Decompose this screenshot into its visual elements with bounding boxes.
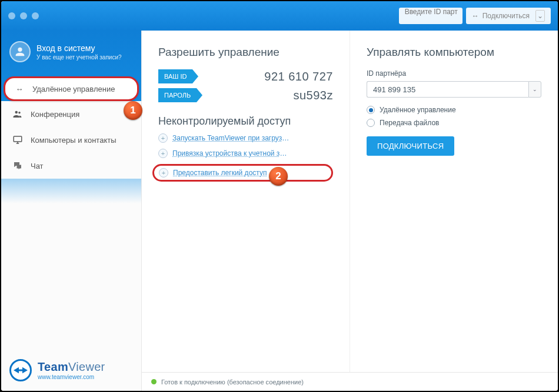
your-id-row: ВАШ ID 921 610 727 <box>158 69 333 83</box>
login-subtitle: У вас еще нет учетной записи? <box>36 54 122 61</box>
logo-url[interactable]: www.teamviewer.com <box>38 374 105 380</box>
nav-chat[interactable]: Чат <box>1 153 141 179</box>
partner-id-combo: ⌄ <box>367 81 541 98</box>
svg-point-1 <box>18 112 21 114</box>
nav-meeting-label: Конференция <box>31 110 79 119</box>
your-id-value[interactable]: 921 610 727 <box>264 70 333 83</box>
nav-contacts[interactable]: Компьютеры и контакты <box>1 127 141 153</box>
swap-arrows-icon: ↔ <box>472 12 479 20</box>
radio-remote-label: Удалённое управление <box>380 106 456 114</box>
radio-off-icon <box>367 119 375 127</box>
login-title: Вход в систему <box>36 43 122 53</box>
password-row: ПАРОЛЬ su593z <box>158 88 333 102</box>
nav-chat-label: Чат <box>31 162 44 170</box>
logo-text: TeamViewer www.teamviewer.com <box>38 361 105 380</box>
svg-point-0 <box>15 111 18 114</box>
app-window: Введите ID парт ↔ Подключиться ⌄ Вход в … <box>0 0 559 392</box>
connect-top-label: Подключиться <box>483 12 530 20</box>
unattended-item-label[interactable]: Запускать TeamViewer при загрузке с... <box>172 134 290 142</box>
radio-remote-control[interactable]: Удалённое управление <box>367 106 541 114</box>
nav: ↔ Удалённое управление Конференция Компь… <box>1 76 141 179</box>
logo-team: Team <box>38 360 68 373</box>
radio-file-transfer[interactable]: Передача файлов <box>367 119 541 127</box>
partner-id-top-input[interactable]: Введите ID парт <box>399 8 462 24</box>
allow-heading: Разрешить управление <box>158 46 333 59</box>
window-controls <box>8 12 39 19</box>
unattended-grant-easy-access[interactable]: + Предоставить легкий доступ <box>152 164 333 182</box>
partner-id-dropdown[interactable]: ⌄ <box>528 81 541 98</box>
status-text: Готов к подключению (безопасное соединен… <box>161 378 304 386</box>
your-id-tag: ВАШ ID <box>158 69 192 83</box>
plus-icon: + <box>158 133 168 143</box>
allow-panel: Разрешить управление ВАШ ID 921 610 727 … <box>142 31 350 391</box>
titlebar-right: Введите ID парт ↔ Подключиться ⌄ <box>399 8 551 24</box>
password-value[interactable]: su593z <box>294 89 334 102</box>
partner-id-label: ID партнёра <box>367 69 541 78</box>
svg-rect-5 <box>18 370 24 371</box>
sidebar: Вход в систему У вас еще нет учетной зап… <box>1 31 141 391</box>
annotation-badge-2: 2 <box>269 167 288 186</box>
login-text: Вход в систему У вас еще нет учетной зап… <box>36 43 122 61</box>
user-icon <box>14 45 26 58</box>
radio-on-icon <box>367 106 375 114</box>
nav-meeting[interactable]: Конференция <box>1 101 141 127</box>
login-block[interactable]: Вход в систему У вас еще нет учетной зап… <box>1 31 141 76</box>
swap-arrows-icon: ↔ <box>14 85 25 93</box>
partner-id-input[interactable] <box>367 81 528 98</box>
status-dot-icon <box>151 379 157 384</box>
annotation-badge-1: 1 <box>124 101 142 120</box>
unattended-list: + Запускать TeamViewer при загрузке с...… <box>158 133 333 182</box>
radio-files-label: Передача файлов <box>380 119 440 127</box>
unattended-assign-account[interactable]: + Привязка устройства к учетной записи <box>158 149 333 158</box>
control-heading: Управлять компьютером <box>367 46 541 59</box>
nav-contacts-label: Компьютеры и контакты <box>31 136 117 145</box>
avatar <box>9 41 31 62</box>
minimize-window-icon[interactable] <box>20 12 27 19</box>
connect-button[interactable]: ПОДКЛЮЧИТЬСЯ <box>367 136 454 156</box>
plus-icon: + <box>159 168 168 177</box>
password-tag: ПАРОЛЬ <box>158 88 197 102</box>
connect-top-button[interactable]: ↔ Подключиться ⌄ <box>466 8 551 24</box>
people-icon <box>12 109 24 119</box>
statusbar: Готов к подключению (безопасное соединен… <box>142 372 558 391</box>
svg-rect-2 <box>14 136 22 142</box>
monitor-icon <box>12 135 24 145</box>
nav-remote-label: Удалённое управление <box>32 85 115 93</box>
chat-icon <box>12 160 24 171</box>
logo-block[interactable]: TeamViewer www.teamviewer.com <box>1 352 141 391</box>
maximize-window-icon[interactable] <box>32 12 39 19</box>
main: Разрешить управление ВАШ ID 921 610 727 … <box>141 31 558 391</box>
plus-icon: + <box>158 149 168 158</box>
logo-viewer: Viewer <box>68 360 105 373</box>
unattended-heading: Неконтролируемый доступ <box>158 115 333 128</box>
titlebar: Введите ID парт ↔ Подключиться ⌄ <box>1 1 558 31</box>
close-window-icon[interactable] <box>8 12 15 19</box>
nav-remote-control[interactable]: ↔ Удалённое управление <box>4 76 139 101</box>
mode-radios: Удалённое управление Передача файлов <box>367 106 541 127</box>
unattended-item-label[interactable]: Привязка устройства к учетной записи <box>172 149 290 158</box>
chevron-down-icon[interactable]: ⌄ <box>535 10 545 22</box>
teamviewer-logo-icon <box>9 359 32 381</box>
control-panel: Управлять компьютером ID партнёра ⌄ Удал… <box>350 31 558 391</box>
unattended-item-label[interactable]: Предоставить легкий доступ <box>173 169 267 177</box>
unattended-start-with-system[interactable]: + Запускать TeamViewer при загрузке с... <box>158 133 333 143</box>
